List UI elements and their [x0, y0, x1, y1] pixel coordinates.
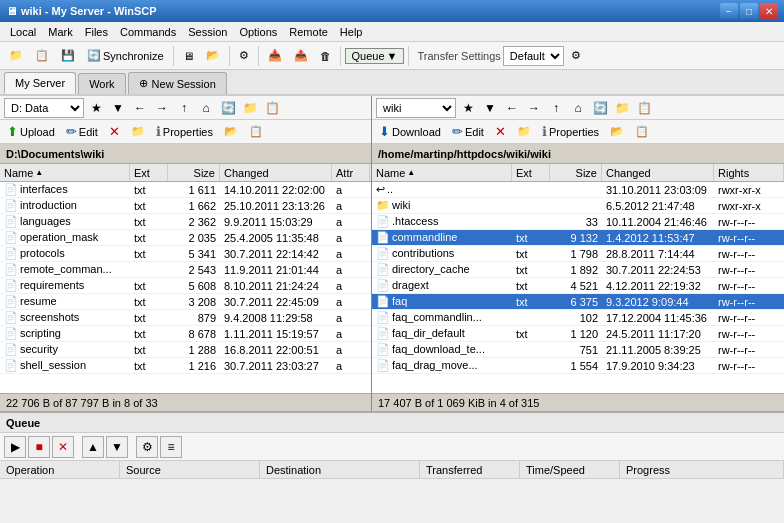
- right-newfolder-btn[interactable]: 📁: [612, 98, 632, 118]
- list-item[interactable]: 📄security txt 1 288 16.8.2011 22:00:51 a: [0, 342, 371, 358]
- toolbar-icon7[interactable]: 📥: [263, 45, 287, 67]
- left-col-attr[interactable]: Attr: [332, 164, 370, 181]
- right-filter-btn[interactable]: ▼: [480, 98, 500, 118]
- list-item[interactable]: ↩.. 31.10.2011 23:03:09 rwxr-xr-x: [372, 182, 784, 198]
- menu-files[interactable]: Files: [79, 24, 114, 40]
- right-drive-select[interactable]: wiki: [376, 98, 456, 118]
- list-item[interactable]: 📄shell_session txt 1 216 30.7.2011 23:03…: [0, 358, 371, 374]
- menu-remote[interactable]: Remote: [283, 24, 334, 40]
- list-item[interactable]: 📄faq_download_te... 751 21.11.2005 8:39:…: [372, 342, 784, 358]
- list-item[interactable]: 📄faq_drag_move... 1 554 17.9.2010 9:34:2…: [372, 358, 784, 374]
- left-home-btn[interactable]: ⌂: [196, 98, 216, 118]
- toolbar-icon2[interactable]: 📋: [30, 45, 54, 67]
- close-button[interactable]: ✕: [760, 3, 778, 19]
- right-delete-button[interactable]: ✕: [490, 122, 511, 142]
- right-refresh-btn[interactable]: 🔄: [590, 98, 610, 118]
- queue-settings-btn[interactable]: ⚙: [136, 436, 158, 458]
- list-item[interactable]: 📄directory_cache txt 1 892 30.7.2011 22:…: [372, 262, 784, 278]
- toolbar-icon10[interactable]: ⚙: [566, 45, 586, 67]
- queue-pause-btn[interactable]: ■: [28, 436, 50, 458]
- left-drive-select[interactable]: D: Data: [4, 98, 84, 118]
- list-item[interactable]: 📄.htaccess 33 10.11.2004 21:46:46 rw-r--…: [372, 214, 784, 230]
- left-action-icon1[interactable]: 📂: [219, 122, 243, 142]
- right-forward-btn[interactable]: →: [524, 98, 544, 118]
- menu-local[interactable]: Local: [4, 24, 42, 40]
- left-properties-button[interactable]: ℹ Properties: [151, 122, 218, 142]
- right-edit-button[interactable]: ✏ Edit: [447, 122, 489, 142]
- toolbar-icon1[interactable]: 📁: [4, 45, 28, 67]
- left-icon9[interactable]: 📋: [262, 98, 282, 118]
- right-col-ext[interactable]: Ext: [512, 164, 550, 181]
- left-back-btn[interactable]: ←: [130, 98, 150, 118]
- queue-button[interactable]: Queue ▼: [345, 48, 405, 64]
- toolbar-icon5[interactable]: 📂: [201, 45, 225, 67]
- right-home-btn[interactable]: ⌂: [568, 98, 588, 118]
- list-item[interactable]: 📄protocols txt 5 341 30.7.2011 22:14:42 …: [0, 246, 371, 262]
- list-item[interactable]: 📄contributions txt 1 798 28.8.2011 7:14:…: [372, 246, 784, 262]
- list-item[interactable]: 📄dragext txt 4 521 4.12.2011 22:19:32 rw…: [372, 278, 784, 294]
- right-properties-button[interactable]: ℹ Properties: [537, 122, 604, 142]
- left-bookmarks-btn[interactable]: ★: [86, 98, 106, 118]
- toolbar-icon3[interactable]: 💾: [56, 45, 80, 67]
- menu-session[interactable]: Session: [182, 24, 233, 40]
- right-col-changed[interactable]: Changed: [602, 164, 714, 181]
- list-item[interactable]: 📄scripting txt 8 678 1.11.2011 15:19:57 …: [0, 326, 371, 342]
- left-edit-button[interactable]: ✏ Edit: [61, 122, 103, 142]
- tab-myserver[interactable]: My Server: [4, 72, 76, 94]
- list-item[interactable]: 📄interfaces txt 1 611 14.10.2011 22:02:0…: [0, 182, 371, 198]
- right-toolbar-icon[interactable]: 📁: [512, 122, 536, 142]
- list-item[interactable]: 📄operation_mask txt 2 035 25.4.2005 11:3…: [0, 230, 371, 246]
- tab-work[interactable]: Work: [78, 73, 125, 94]
- right-action-icon1[interactable]: 📂: [605, 122, 629, 142]
- left-refresh-btn[interactable]: 🔄: [218, 98, 238, 118]
- list-item[interactable]: 📄languages txt 2 362 9.9.2011 15:03:29 a: [0, 214, 371, 230]
- list-item[interactable]: 📄requirements txt 5 608 8.10.2011 21:24:…: [0, 278, 371, 294]
- list-item[interactable]: 📄introduction txt 1 662 25.10.2011 23:13…: [0, 198, 371, 214]
- list-item[interactable]: 📄commandline txt 9 132 1.4.2012 11:53:47…: [372, 230, 784, 246]
- toolbar-icon6[interactable]: ⚙: [234, 45, 254, 67]
- queue-down-btn[interactable]: ▼: [106, 436, 128, 458]
- right-icon9[interactable]: 📋: [634, 98, 654, 118]
- tab-new-session[interactable]: ⊕ New Session: [128, 72, 227, 94]
- left-filter-btn[interactable]: ▼: [108, 98, 128, 118]
- left-col-ext[interactable]: Ext: [130, 164, 168, 181]
- left-forward-btn[interactable]: →: [152, 98, 172, 118]
- toolbar-icon4[interactable]: 🖥: [178, 45, 199, 67]
- left-action-icon2[interactable]: 📋: [244, 122, 268, 142]
- right-up-btn[interactable]: ↑: [546, 98, 566, 118]
- right-bookmarks-btn[interactable]: ★: [458, 98, 478, 118]
- menu-help[interactable]: Help: [334, 24, 369, 40]
- toolbar-icon8[interactable]: 📤: [289, 45, 313, 67]
- right-col-size[interactable]: Size: [550, 164, 602, 181]
- queue-extra-btn[interactable]: ≡: [160, 436, 182, 458]
- synchronize-button[interactable]: 🔄 Synchronize: [82, 45, 169, 67]
- list-item[interactable]: 📄faq_commandlin... 102 17.12.2004 11:45:…: [372, 310, 784, 326]
- menu-options[interactable]: Options: [233, 24, 283, 40]
- left-newfolder-btn[interactable]: 📁: [240, 98, 260, 118]
- queue-stop-btn[interactable]: ✕: [52, 436, 74, 458]
- left-col-changed[interactable]: Changed: [220, 164, 332, 181]
- toolbar-icon9[interactable]: 🗑: [315, 45, 336, 67]
- left-delete-button[interactable]: ✕: [104, 122, 125, 142]
- menu-mark[interactable]: Mark: [42, 24, 78, 40]
- queue-up-btn[interactable]: ▲: [82, 436, 104, 458]
- right-col-name[interactable]: Name ▲: [372, 164, 512, 181]
- download-button[interactable]: ⬇ Download: [374, 122, 446, 142]
- list-item[interactable]: 📄resume txt 3 208 30.7.2011 22:45:09 a: [0, 294, 371, 310]
- right-back-btn[interactable]: ←: [502, 98, 522, 118]
- left-up-btn[interactable]: ↑: [174, 98, 194, 118]
- left-col-name[interactable]: Name ▲: [0, 164, 130, 181]
- transfer-settings-select[interactable]: Default: [503, 46, 564, 66]
- menu-commands[interactable]: Commands: [114, 24, 182, 40]
- list-item[interactable]: 📄screenshots txt 879 9.4.2008 11:29:58 a: [0, 310, 371, 326]
- right-col-rights[interactable]: Rights: [714, 164, 784, 181]
- list-item[interactable]: 📄faq_dir_default txt 1 120 24.5.2011 11:…: [372, 326, 784, 342]
- list-item[interactable]: 📄remote_comman... 2 543 11.9.2011 21:01:…: [0, 262, 371, 278]
- upload-button[interactable]: ⬆ Upload: [2, 122, 60, 142]
- left-col-size[interactable]: Size: [168, 164, 220, 181]
- list-item[interactable]: 📁wiki 6.5.2012 21:47:48 rwxr-xr-x: [372, 198, 784, 214]
- right-action-icon2[interactable]: 📋: [630, 122, 654, 142]
- list-item[interactable]: 📄faq txt 6 375 9.3.2012 9:09:44 rw-r--r-…: [372, 294, 784, 310]
- minimize-button[interactable]: −: [720, 3, 738, 19]
- queue-start-btn[interactable]: ▶: [4, 436, 26, 458]
